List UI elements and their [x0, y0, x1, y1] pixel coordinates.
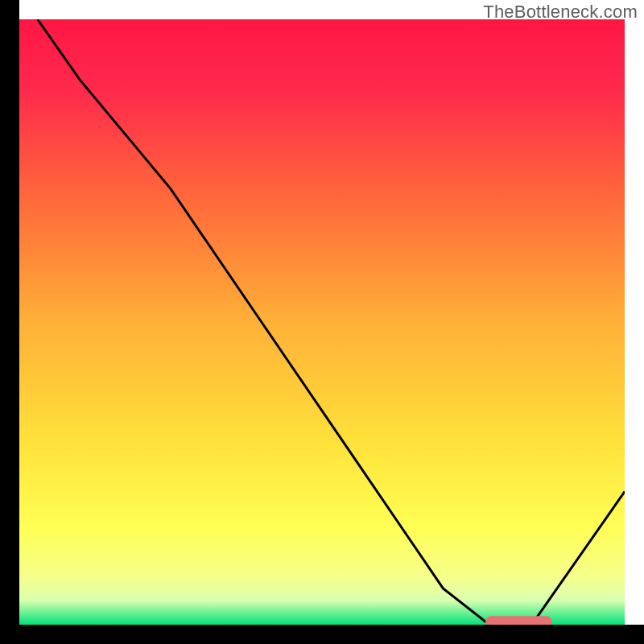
x-axis — [0, 625, 644, 644]
bottleneck-chart — [0, 0, 644, 644]
y-axis — [0, 0, 19, 644]
heatmap-background — [19, 19, 625, 625]
chart-container: TheBottleneck.com — [0, 0, 644, 644]
watermark-text: TheBottleneck.com — [483, 2, 638, 23]
